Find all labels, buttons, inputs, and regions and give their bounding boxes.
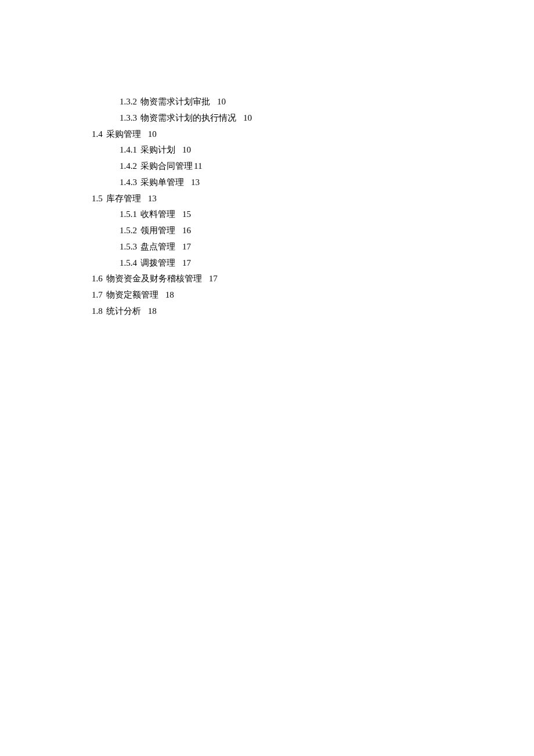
toc-entry-number: 1.8 bbox=[92, 306, 103, 316]
toc-entry-number: 1.7 bbox=[92, 290, 103, 299]
toc-entry-number: 1.5.3 bbox=[120, 242, 137, 251]
toc-entry-title: 物资需求计划的执行情况 bbox=[140, 113, 236, 122]
toc-entry-title: 调拨管理 bbox=[140, 258, 175, 267]
toc-entry-title: 统计分析 bbox=[106, 306, 141, 316]
toc-entry: 1.7物资定额管理18 bbox=[92, 287, 534, 303]
toc-entry-number: 1.5.2 bbox=[120, 226, 137, 235]
toc-entry-page: 13 bbox=[191, 178, 200, 187]
toc-entry-title: 采购管理 bbox=[106, 129, 141, 139]
toc-entry-number: 1.5.1 bbox=[120, 209, 137, 219]
toc-entry: 1.5.2领用管理16 bbox=[120, 223, 534, 239]
toc-entry-number: 1.4 bbox=[92, 129, 103, 139]
toc-entry-page: 17 bbox=[209, 274, 218, 283]
toc-entry-title: 盘点管理 bbox=[140, 242, 175, 251]
toc-entry: 1.5.4调拨管理17 bbox=[120, 255, 534, 272]
toc-entry: 1.3.2物资需求计划审批10 bbox=[120, 94, 534, 110]
toc-entry-page: 18 bbox=[148, 306, 157, 316]
toc-entry: 1.4.3采购单管理13 bbox=[120, 175, 534, 191]
toc-entry-title: 采购合同管理 bbox=[140, 161, 193, 171]
toc-entry: 1.4采购管理10 bbox=[92, 126, 534, 143]
toc-entry-page: 17 bbox=[182, 242, 191, 251]
toc-entry-title: 采购单管理 bbox=[140, 178, 184, 187]
table-of-contents: 1.3.2物资需求计划审批101.3.3物资需求计划的执行情况101.4采购管理… bbox=[92, 94, 534, 320]
toc-entry: 1.6物资资金及财务稽核管理17 bbox=[92, 271, 534, 287]
toc-entry-page: 16 bbox=[182, 226, 191, 235]
toc-entry-page: 13 bbox=[148, 194, 157, 203]
toc-entry-page: 10 bbox=[148, 129, 157, 139]
toc-entry: 1.5.1收料管理15 bbox=[120, 207, 534, 223]
toc-entry-number: 1.5.4 bbox=[120, 258, 137, 267]
toc-entry-title: 物资需求计划审批 bbox=[140, 97, 210, 106]
toc-entry-title: 库存管理 bbox=[106, 194, 141, 203]
toc-entry-number: 1.4.1 bbox=[120, 145, 137, 154]
toc-entry-page: 15 bbox=[182, 209, 191, 219]
toc-entry-number: 1.3.3 bbox=[120, 113, 137, 122]
toc-entry: 1.5.3盘点管理17 bbox=[120, 239, 534, 255]
toc-entry: 1.4.2采购合同管理11 bbox=[120, 158, 534, 175]
toc-entry-number: 1.4.2 bbox=[120, 161, 137, 171]
toc-entry-page: 10 bbox=[243, 113, 252, 122]
toc-entry-number: 1.5 bbox=[92, 194, 103, 203]
toc-entry: 1.4.1采购计划10 bbox=[120, 142, 534, 158]
toc-entry-title: 物资资金及财务稽核管理 bbox=[106, 274, 202, 283]
toc-entry-page: 18 bbox=[165, 290, 174, 299]
toc-entry-title: 采购计划 bbox=[140, 145, 175, 154]
toc-entry-number: 1.3.2 bbox=[120, 97, 137, 106]
toc-entry: 1.5库存管理13 bbox=[92, 191, 534, 207]
toc-entry-page: 17 bbox=[182, 258, 191, 267]
toc-entry-page: 10 bbox=[217, 97, 226, 106]
toc-entry-page: 10 bbox=[182, 145, 191, 154]
toc-entry-title: 收料管理 bbox=[140, 209, 175, 219]
toc-entry: 1.8统计分析18 bbox=[92, 303, 534, 320]
toc-entry-page: 11 bbox=[194, 161, 202, 171]
toc-entry-number: 1.6 bbox=[92, 274, 103, 283]
toc-entry-title: 物资定额管理 bbox=[106, 290, 158, 299]
toc-entry: 1.3.3物资需求计划的执行情况10 bbox=[120, 110, 534, 126]
toc-entry-number: 1.4.3 bbox=[120, 178, 137, 187]
toc-entry-title: 领用管理 bbox=[140, 226, 175, 235]
